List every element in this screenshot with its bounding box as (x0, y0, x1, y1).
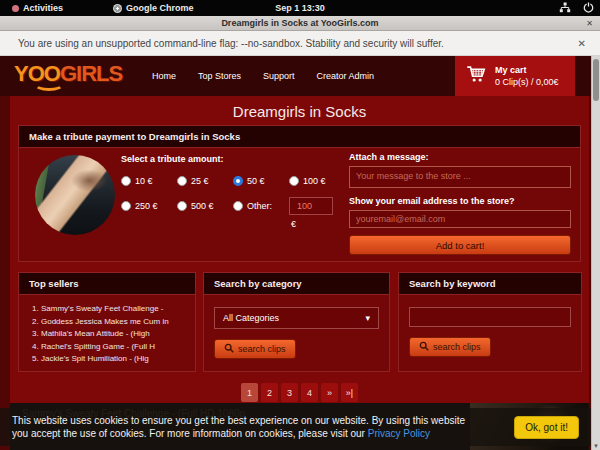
nav-top-stores[interactable]: Top Stores (198, 71, 241, 81)
page-2-button[interactable]: 2 (261, 383, 278, 402)
page-title: Dreamgirls in Socks (10, 103, 589, 120)
amount-option-100[interactable]: 100 € (289, 176, 345, 186)
cart-summary: 0 Clip(s) / 0,00€ (495, 77, 559, 87)
amount-option-25[interactable]: 25 € (177, 176, 233, 186)
category-select[interactable]: All Categories ▾ (214, 307, 379, 329)
window-titlebar: Dreamgirls in Socks at YooGirls.com ✕ (0, 16, 600, 31)
top-seller-item[interactable]: Jackie's Spit Humiliation - (Hig (41, 353, 191, 366)
other-amount-input[interactable] (289, 197, 333, 215)
top-seller-item[interactable]: Sammy's Sweaty Feet Challenge - (41, 303, 191, 316)
top-sellers-header: Top sellers (19, 273, 195, 295)
keyword-input[interactable] (409, 307, 571, 327)
chevron-down-icon: ▾ (365, 313, 370, 323)
window-title: Dreamgirls in Socks at YooGirls.com (221, 18, 378, 28)
search-keyword-panel: Search by keyword search clips (398, 272, 582, 372)
scroll-down-arrow-icon[interactable]: ▼ (592, 443, 600, 449)
top-seller-item[interactable]: Rachel's Spitting Game - (Full H (41, 341, 191, 354)
search-clips-category-button[interactable]: search clips (214, 339, 296, 359)
radio-25-icon[interactable] (177, 176, 187, 186)
logo-smile-icon (34, 78, 64, 91)
cookie-consent-bar: This website uses cookies to ensure you … (0, 408, 591, 446)
power-icon[interactable] (583, 2, 594, 15)
search-category-header: Search by category (204, 273, 389, 295)
page-4-button[interactable]: 4 (301, 383, 318, 402)
cart-icon (465, 63, 487, 89)
tribute-panel-header: Make a tribute payment to Dreamgirls in … (19, 126, 580, 148)
amount-option-500[interactable]: 500 € (177, 201, 233, 211)
activities-button[interactable]: Activities (6, 3, 69, 13)
search-icon (224, 343, 234, 355)
page-1-button[interactable]: 1 (241, 383, 258, 402)
radio-100-icon[interactable] (289, 176, 299, 186)
nav-support[interactable]: Support (263, 71, 295, 81)
radio-500-icon[interactable] (177, 201, 187, 211)
email-input[interactable] (349, 210, 571, 228)
app-menu-label: Google Chrome (126, 3, 194, 13)
cookie-message: This website uses cookies to ensure you … (12, 414, 482, 440)
tribute-message-column: Attach a message: Show your email addres… (349, 152, 571, 255)
pagination: 1 2 3 4 » »| (10, 383, 589, 402)
tribute-amounts: Select a tribute amount: 10 € 25 € 50 (121, 154, 349, 229)
desktop-top-bar: Activities Google Chrome Sep 1 13:30 (0, 0, 600, 16)
activities-indicator-icon (12, 5, 19, 12)
chrome-icon (113, 4, 122, 13)
logo-part2: GIRLS (60, 61, 122, 86)
store-avatar[interactable] (35, 155, 115, 235)
amount-option-50[interactable]: 50 € (233, 176, 289, 186)
site-logo[interactable]: YOOGIRLS (14, 61, 122, 87)
message-textarea[interactable] (349, 166, 571, 188)
tribute-panel: Make a tribute payment to Dreamgirls in … (18, 125, 581, 262)
currency-suffix: € (291, 219, 349, 229)
main-nav: Home Top Stores Support Creator Admin (152, 56, 374, 96)
top-seller-item[interactable]: Goddess Jessica Makes me Cum in (41, 316, 191, 329)
search-icon (419, 341, 429, 353)
scrollbar-thumb[interactable] (593, 59, 599, 101)
nav-home[interactable]: Home (152, 71, 176, 81)
top-sellers-panel: Top sellers Sammy's Sweaty Feet Challeng… (18, 272, 196, 372)
amount-option-250[interactable]: 250 € (121, 201, 177, 211)
top-sellers-list: Sammy's Sweaty Feet Challenge - Goddess … (41, 303, 191, 366)
my-cart-button[interactable]: My cart 0 Clip(s) / 0,00€ (455, 56, 575, 96)
page-3-button[interactable]: 3 (281, 383, 298, 402)
email-label: Show your email address to the store? (349, 196, 571, 206)
page-next-button[interactable]: » (321, 383, 338, 402)
clock[interactable]: Sep 1 13:30 (275, 3, 325, 13)
search-category-panel: Search by category All Categories ▾ sear… (203, 272, 390, 372)
radio-10-icon[interactable] (121, 176, 131, 186)
activities-label: Activities (23, 3, 63, 13)
amount-label: Select a tribute amount: (121, 154, 349, 164)
infobar-message: You are using an unsupported command-lin… (18, 38, 444, 49)
main-content: Dreamgirls in Socks Make a tribute payme… (10, 96, 589, 450)
amount-option-10[interactable]: 10 € (121, 176, 177, 186)
window-close-icon[interactable]: ✕ (586, 19, 593, 28)
privacy-policy-link[interactable]: Privacy Policy (368, 428, 430, 439)
cookie-accept-button[interactable]: Ok, got it! (514, 416, 579, 439)
page-viewport: YOOGIRLS Home Top Stores Support Creator… (0, 56, 600, 450)
site-header: YOOGIRLS Home Top Stores Support Creator… (0, 56, 591, 96)
top-seller-item[interactable]: Mathila's Mean Attitude - (High (41, 328, 191, 341)
search-clips-keyword-button[interactable]: search clips (409, 337, 491, 357)
app-menu-button[interactable]: Google Chrome (107, 3, 200, 13)
search-keyword-header: Search by keyword (399, 273, 581, 295)
radio-other-icon[interactable] (233, 201, 243, 211)
nav-creator-admin[interactable]: Creator Admin (317, 71, 375, 81)
add-to-cart-button[interactable]: Add to cart! (349, 235, 571, 255)
network-icon[interactable] (559, 2, 571, 15)
message-label: Attach a message: (349, 152, 571, 162)
infobar-close-icon[interactable]: ✕ (578, 38, 586, 49)
sandbox-warning-infobar: You are using an unsupported command-lin… (0, 31, 600, 56)
scrollbar[interactable]: ▼ (591, 56, 600, 450)
category-select-value: All Categories (223, 313, 279, 323)
cart-title: My cart (495, 65, 559, 75)
radio-250-icon[interactable] (121, 201, 131, 211)
amount-option-other[interactable]: Other: (233, 201, 289, 211)
page-last-button[interactable]: »| (341, 383, 358, 402)
radio-50-icon[interactable] (233, 176, 243, 186)
